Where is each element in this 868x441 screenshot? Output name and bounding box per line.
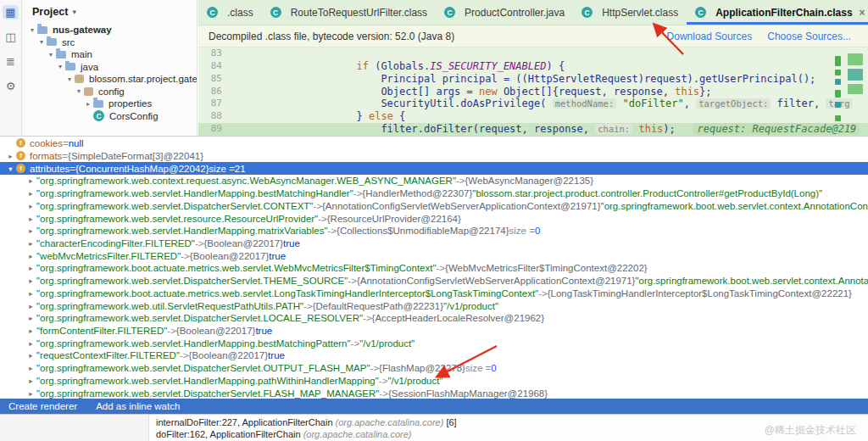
- map-entry-row-11[interactable]: ▸"org.springframework.web.util.ServletRe…: [0, 299, 868, 312]
- project-panel: Project ▾ ▾nus-gateway▾src▾main▾java▾blo…: [22, 0, 198, 136]
- line-number: 85: [198, 73, 234, 86]
- map-entry-row-12[interactable]: ▸"org.springframework.web.servlet.Dispat…: [0, 312, 868, 325]
- choose-sources-link[interactable]: Choose Sources...: [767, 31, 851, 42]
- variable-row-formats[interactable]: ▸fformats = {SimpleDateFormat[3]@22041}: [0, 149, 868, 162]
- map-entry-row-9[interactable]: ▸"org.springframework.web.servlet.Dispat…: [0, 275, 868, 287]
- code-line-85[interactable]: 85 Principal principal = ((HttpServletRe…: [198, 73, 868, 86]
- chevron-icon[interactable]: ▸: [25, 289, 36, 298]
- class-icon: C: [270, 7, 281, 18]
- chevron-icon[interactable]: ▸: [25, 189, 36, 198]
- code-line-87[interactable]: 87 SecurityUtil.doAsPrivilege( methodNam…: [198, 98, 868, 110]
- chevron-icon[interactable]: ▸: [25, 202, 36, 210]
- project-tree-item-properties[interactable]: ▸properties: [22, 98, 197, 110]
- line-number: 84: [198, 60, 234, 73]
- class-icon: C: [444, 7, 455, 18]
- map-entry-row-7[interactable]: ▸"webMvcMetricsFilter.FILTERED" -> {Bool…: [0, 249, 868, 262]
- chevron-icon[interactable]: ▸: [25, 239, 36, 248]
- map-entry-row-6[interactable]: ▸"characterEncodingFilter.FILTERED" -> {…: [0, 237, 868, 250]
- folder-icon: [37, 26, 47, 34]
- map-entry-row-14[interactable]: ▸"org.springframework.web.servlet.Handle…: [0, 337, 868, 349]
- project-tree-item-blossom-star-project-gateway[interactable]: ▾blossom.star.project.gateway: [22, 73, 197, 86]
- commit-icon[interactable]: ◫: [3, 30, 18, 44]
- project-tree-item-main[interactable]: ▾main: [22, 48, 197, 61]
- chevron-icon[interactable]: ▸: [25, 351, 36, 360]
- map-entry-row-3[interactable]: ▸"org.springframework.web.servlet.Dispat…: [0, 199, 868, 212]
- code-line-84[interactable]: 84 if (Globals.IS_SECURITY_ENABLED) {: [198, 60, 868, 73]
- settings-icon[interactable]: ⚙: [3, 79, 19, 93]
- code-line-88[interactable]: 88 } else {: [198, 110, 868, 123]
- chevron-icon[interactable]: ▸: [25, 389, 36, 398]
- project-tree-item-nus-gateway[interactable]: ▾nus-gateway: [22, 24, 197, 36]
- chevron-icon[interactable]: ▸: [25, 302, 36, 310]
- map-entry-row-2[interactable]: ▸"org.springframework.web.servlet.Handle…: [0, 187, 868, 200]
- line-number: 86: [198, 86, 234, 98]
- parameter-hint: chain:: [595, 124, 632, 134]
- analysis-mark: [835, 56, 841, 66]
- editor-area: C.classCRouteToRequestUrlFilter.classCPr…: [198, 0, 868, 136]
- map-entry-row-5[interactable]: ▸"org.springframework.web.servlet.Handle…: [0, 225, 868, 237]
- map-entry-row-17[interactable]: ▸"org.springframework.web.servlet.Handle…: [0, 375, 868, 388]
- chevron-icon[interactable]: ▸: [25, 252, 36, 260]
- tab-routetorequesturlfilter-class[interactable]: CRouteToRequestUrlFilter.class: [262, 0, 436, 25]
- field-icon: f: [16, 164, 25, 173]
- line-number: 88: [198, 110, 234, 123]
- chevron-icon: ▾: [27, 26, 37, 34]
- project-tree-item-java[interactable]: ▾java: [22, 61, 197, 74]
- chevron-icon[interactable]: ▸: [25, 314, 36, 322]
- parameter-hint: methodName:: [553, 98, 617, 109]
- analysis-mark: [835, 115, 841, 121]
- chevron-icon[interactable]: ▸: [25, 264, 36, 272]
- add-inline-watch-link[interactable]: Add as inline watch: [96, 401, 180, 411]
- map-entry-row-13[interactable]: ▸"formContentFilter.FILTERED" -> {Boolea…: [0, 325, 868, 338]
- close-tab-icon[interactable]: ×: [860, 7, 865, 19]
- tab-productcontroller-java[interactable]: CProductController.java: [436, 0, 573, 25]
- project-tree-item-config[interactable]: ▾config: [22, 86, 197, 98]
- project-panel-header[interactable]: Project ▾: [22, 0, 197, 24]
- folder-icon: [93, 100, 103, 108]
- variable-row-attributes[interactable]: ▾fattributes = {ConcurrentHashMap@22042}…: [0, 162, 868, 175]
- chevron-icon[interactable]: ▾: [5, 165, 16, 173]
- chevron-icon[interactable]: ▸: [5, 152, 16, 160]
- stack-frame-2[interactable]: doFilter:162, ApplicationFilterChain (or…: [156, 428, 457, 440]
- analysis-mark: [835, 79, 841, 85]
- tab-applicationfilterchain-class[interactable]: CApplicationFilterChain.class×: [687, 0, 868, 25]
- code-line-89[interactable]: 89 filter.doFilter(request, response, ch…: [198, 123, 868, 136]
- map-entry-row-15[interactable]: ▸"requestContextFilter.FILTERED" -> {Boo…: [0, 349, 868, 362]
- map-entry-row-1[interactable]: ▸"org.springframework.web.context.reques…: [0, 175, 868, 187]
- chevron-icon[interactable]: ▸: [25, 226, 36, 235]
- map-entry-row-10[interactable]: ▸"org.springframework.boot.actuate.metri…: [0, 287, 868, 299]
- chevron-icon[interactable]: ▸: [25, 327, 36, 335]
- tab-class[interactable]: C.class: [198, 0, 262, 25]
- project-tree-item-corsconfig[interactable]: CCorsConfig: [22, 110, 197, 123]
- chevron-icon[interactable]: ▸: [25, 377, 36, 385]
- download-sources-link[interactable]: Download Sources: [667, 31, 753, 42]
- map-entry-row-8[interactable]: ▸"org.springframework.boot.actuate.metri…: [0, 262, 868, 275]
- class-icon: C: [93, 110, 104, 121]
- line-number: 83: [198, 47, 234, 60]
- analysis-mark: [835, 90, 841, 98]
- code-editor[interactable]: 8384 if (Globals.IS_SECURITY_ENABLED) {8…: [198, 47, 868, 136]
- map-entry-row-18[interactable]: ▸"org.springframework.web.servlet.Dispat…: [0, 387, 868, 399]
- tab-httpservlet-class[interactable]: CHttpServlet.class: [573, 0, 687, 25]
- code-line-83[interactable]: 83: [198, 47, 868, 60]
- line-number: 87: [198, 98, 234, 110]
- code-line-86[interactable]: 86 Object[] args = new Object[]{request,…: [198, 86, 868, 98]
- stack-frames-list: internalDoFilter:227, ApplicationFilterC…: [156, 416, 457, 440]
- chevron-icon[interactable]: ▸: [25, 276, 36, 285]
- map-entry-row-4[interactable]: ▸"org.springframework.web.servlet.resour…: [0, 212, 868, 225]
- package-icon: [75, 75, 84, 83]
- chevron-icon[interactable]: ▸: [25, 215, 36, 223]
- structure-icon[interactable]: ≣: [3, 54, 18, 69]
- project-icon[interactable]: ▦: [3, 5, 18, 20]
- chevron-icon[interactable]: ▸: [25, 176, 36, 185]
- project-tree-item-src[interactable]: ▾src: [22, 36, 197, 49]
- variable-row-cookies[interactable]: fcookies = null: [0, 137, 868, 149]
- frames-panel-gutter: [0, 415, 149, 441]
- stack-frame-1[interactable]: internalDoFilter:227, ApplicationFilterC…: [156, 416, 457, 428]
- package-icon: [84, 87, 93, 96]
- chevron-icon: ▾: [55, 63, 65, 70]
- chevron-icon[interactable]: ▸: [25, 364, 36, 372]
- chevron-icon[interactable]: ▸: [25, 339, 36, 348]
- create-renderer-link[interactable]: Create renderer: [8, 401, 77, 411]
- map-entry-row-16[interactable]: ▸"org.springframework.web.servlet.Dispat…: [0, 362, 868, 375]
